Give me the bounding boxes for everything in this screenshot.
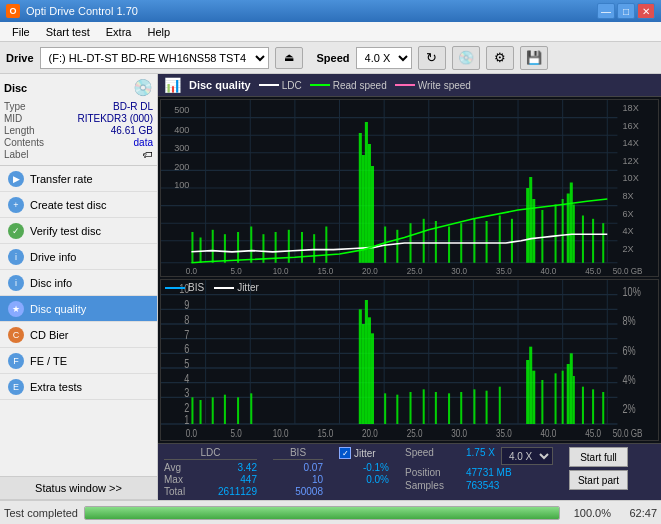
ldc-stats: LDC Avg 3.42 Max 447 Total 2611129 — [164, 447, 323, 497]
svg-rect-59 — [365, 122, 368, 263]
right-panel: 📊 Disc quality LDC Read speed Write spee… — [158, 74, 661, 500]
nav-verify-test-disc[interactable]: ✓ Verify test disc — [0, 218, 157, 244]
menu-file[interactable]: File — [4, 24, 38, 40]
nav-fe-te[interactable]: F FE / TE — [0, 348, 157, 374]
nav-create-test-disc-label: Create test disc — [30, 199, 106, 211]
svg-rect-153 — [529, 347, 532, 424]
disc-quality-icon: ★ — [8, 301, 24, 317]
menu-bar: File Start test Extra Help — [0, 22, 661, 42]
svg-rect-158 — [567, 364, 570, 424]
nav-cd-bier[interactable]: C CD Bier — [0, 322, 157, 348]
jitter-checkbox[interactable]: ✓ — [339, 447, 351, 459]
disc-button[interactable]: 💿 — [452, 46, 480, 70]
svg-text:6: 6 — [184, 342, 189, 356]
nav-drive-info[interactable]: i Drive info — [0, 244, 157, 270]
eject-button[interactable]: ⏏ — [275, 47, 303, 69]
svg-text:30.0: 30.0 — [451, 265, 467, 275]
ldc-stats-header: LDC — [164, 447, 257, 460]
nav-disc-info[interactable]: i Disc info — [0, 270, 157, 296]
legend-jitter: Jitter — [214, 282, 259, 293]
svg-rect-49 — [237, 232, 239, 263]
svg-text:0.0: 0.0 — [186, 265, 198, 275]
progress-fill — [85, 507, 559, 519]
svg-rect-80 — [570, 183, 573, 263]
legend-bis: BIS — [165, 282, 204, 293]
jitter-stats: ✓ Jitter -0.1% 0.0% — [339, 447, 389, 485]
type-value: BD-R DL — [113, 101, 153, 112]
save-button[interactable]: 💾 — [520, 46, 548, 70]
nav-drive-info-label: Drive info — [30, 251, 76, 263]
svg-text:10%: 10% — [623, 285, 642, 299]
jitter-avg: -0.1% — [339, 462, 389, 473]
disc-info-panel: Disc 💿 Type BD-R DL MID RITEKDR3 (000) L… — [0, 74, 157, 166]
drive-bar: Drive (F:) HL-DT-ST BD-RE WH16NS58 TST4 … — [0, 42, 661, 74]
ldc-total: 2611129 — [207, 486, 257, 497]
legend-ldc-color — [259, 84, 279, 86]
nav-fe-te-label: FE / TE — [30, 355, 67, 367]
legend-write-color — [395, 84, 415, 86]
avg-label: Avg — [164, 462, 199, 473]
max-label: Max — [164, 474, 199, 485]
svg-text:50.0 GB: 50.0 GB — [613, 427, 643, 439]
fe-te-icon: F — [8, 353, 24, 369]
nav-create-test-disc[interactable]: + Create test disc — [0, 192, 157, 218]
svg-text:45.0: 45.0 — [585, 427, 601, 439]
chart-header-icon: 📊 — [164, 77, 181, 93]
svg-rect-67 — [448, 227, 450, 263]
close-button[interactable]: ✕ — [637, 3, 655, 19]
svg-rect-144 — [410, 392, 412, 424]
svg-rect-133 — [212, 397, 214, 424]
legend-write-speed: Write speed — [395, 80, 471, 91]
svg-rect-83 — [592, 219, 594, 263]
bis-chart: BIS Jitter — [160, 279, 659, 441]
svg-text:8X: 8X — [623, 190, 635, 201]
svg-text:50.0 GB: 50.0 GB — [613, 265, 643, 275]
drive-info-icon: i — [8, 249, 24, 265]
legend-read-color — [310, 84, 330, 86]
svg-text:400: 400 — [174, 124, 189, 135]
refresh-button[interactable]: ↻ — [418, 46, 446, 70]
legend-read-speed: Read speed — [310, 80, 387, 91]
svg-rect-159 — [570, 353, 573, 424]
cd-bier-icon: C — [8, 327, 24, 343]
start-part-button[interactable]: Start part — [569, 470, 628, 490]
svg-text:4X: 4X — [623, 225, 635, 236]
nav-transfer-rate[interactable]: ▶ Transfer rate — [0, 166, 157, 192]
svg-text:4: 4 — [184, 371, 189, 385]
svg-text:10.0: 10.0 — [273, 427, 289, 439]
minimize-button[interactable]: — — [597, 3, 615, 19]
maximize-button[interactable]: □ — [617, 3, 635, 19]
menu-extra[interactable]: Extra — [98, 24, 140, 40]
settings-button[interactable]: ⚙ — [486, 46, 514, 70]
charts-area: 500 400 300 200 100 18X 16X 14X 12X 10X … — [158, 97, 661, 443]
nav-disc-quality[interactable]: ★ Disc quality — [0, 296, 157, 322]
progress-bar-container: Test completed 100.0% 62:47 — [0, 500, 661, 524]
nav-disc-quality-label: Disc quality — [30, 303, 86, 315]
nav-extra-tests-label: Extra tests — [30, 381, 82, 393]
svg-rect-161 — [582, 387, 584, 424]
svg-text:12X: 12X — [623, 154, 640, 165]
svg-rect-56 — [325, 227, 327, 263]
drive-label: Drive — [6, 52, 34, 64]
create-test-disc-icon: + — [8, 197, 24, 213]
start-full-button[interactable]: Start full — [569, 447, 628, 467]
svg-rect-73 — [526, 188, 529, 263]
svg-rect-50 — [250, 227, 252, 263]
speed-selector[interactable]: 4.0 X — [501, 447, 553, 465]
svg-text:2X: 2X — [623, 242, 635, 253]
menu-start-test[interactable]: Start test — [38, 24, 98, 40]
svg-text:15.0: 15.0 — [317, 427, 333, 439]
label-label: Label — [4, 149, 28, 160]
speed-select[interactable]: 4.0 X — [356, 47, 412, 69]
svg-rect-136 — [250, 393, 252, 424]
ldc-max: 447 — [207, 474, 257, 485]
svg-rect-77 — [555, 205, 557, 263]
svg-rect-146 — [435, 392, 437, 424]
svg-text:1: 1 — [184, 413, 189, 427]
svg-text:6%: 6% — [623, 343, 637, 357]
nav-extra-tests[interactable]: E Extra tests — [0, 374, 157, 400]
status-window-button[interactable]: Status window >> — [0, 476, 157, 500]
drive-select[interactable]: (F:) HL-DT-ST BD-RE WH16NS58 TST4 — [40, 47, 269, 69]
nav-disc-info-label: Disc info — [30, 277, 72, 289]
menu-help[interactable]: Help — [139, 24, 178, 40]
